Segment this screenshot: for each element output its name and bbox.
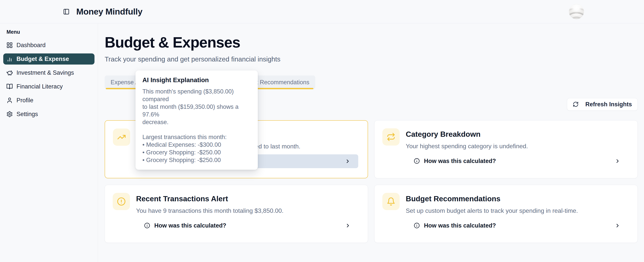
card-title: Recent Transactions Alert <box>136 195 228 203</box>
repeat-icon <box>386 133 396 141</box>
info-icon <box>414 223 420 229</box>
card-description: You have 9 transactions this month total… <box>136 207 284 214</box>
sidebar-item-budget-expense[interactable]: Budget & Expense <box>3 53 94 64</box>
tooltip-title: AI Insight Explanation <box>142 77 251 83</box>
card-description: Your highest spending category is undefi… <box>406 143 528 150</box>
tooltip-transaction-list: • Medical Expenses: -$300.00 • Grocery S… <box>142 141 251 164</box>
sidebar-item-financial-literacy[interactable]: Financial Literacy <box>3 81 94 92</box>
how-calculated-label: How was this calculated? <box>424 158 496 165</box>
sidebar-item-label: Settings <box>16 111 38 118</box>
sidebar-item-label: Profile <box>16 97 33 104</box>
app-header: Money Mindfully <box>0 0 644 23</box>
bell-icon <box>386 197 396 206</box>
refresh-insights-button[interactable]: Refresh Insights <box>567 98 638 111</box>
panel-left-icon <box>63 8 70 15</box>
sidebar-item-profile[interactable]: Profile <box>3 95 94 106</box>
sidebar-nav: Dashboard Budget & Expense Investment & … <box>3 40 94 120</box>
chevron-right-icon <box>615 158 620 164</box>
card-category-breakdown: Category Breakdown Your highest spending… <box>374 120 638 178</box>
how-calculated-label: How was this calculated? <box>424 222 496 229</box>
book-open-icon <box>6 83 13 90</box>
app-title: Money Mindfully <box>76 7 142 17</box>
page-subtitle: Track your spending and get personalized… <box>105 55 638 63</box>
layout-dashboard-icon <box>6 42 13 48</box>
tooltip-paragraph: This month's spending ($3,850.00) compar… <box>142 88 251 126</box>
alert-circle-icon <box>117 197 126 206</box>
sidebar-toggle-button[interactable] <box>62 7 71 16</box>
sidebar: Menu Dashboard Budget & Expense Investme… <box>0 23 98 262</box>
card-budget-recommendations: Budget Recommendations Set up custom bud… <box>374 185 638 243</box>
trending-up-icon <box>117 133 126 142</box>
refresh-insights-label: Refresh Insights <box>585 101 632 108</box>
piggy-bank-icon <box>6 69 13 76</box>
sidebar-item-label: Dashboard <box>16 42 46 49</box>
how-calculated-row[interactable]: How was this calculated? <box>406 219 628 233</box>
how-calculated-row[interactable]: How was this calculated? <box>406 154 628 168</box>
info-icon <box>144 223 150 229</box>
page-title: Budget & Expenses <box>105 35 638 50</box>
user-icon <box>6 97 13 104</box>
gear-icon <box>6 111 13 117</box>
sidebar-item-investment-savings[interactable]: Investment & Savings <box>3 67 94 78</box>
how-calculated-label: How was this calculated? <box>154 222 226 229</box>
sidebar-item-label: Investment & Savings <box>16 69 74 76</box>
sidebar-item-dashboard[interactable]: Dashboard <box>3 40 94 51</box>
chevron-right-icon <box>345 223 351 229</box>
refresh-icon <box>573 101 579 107</box>
card-title: Category Breakdown <box>406 130 480 138</box>
info-icon <box>414 158 420 164</box>
sidebar-item-label: Budget & Expense <box>16 55 69 62</box>
card-description: Set up custom budget alerts to track you… <box>406 207 578 214</box>
card-title: Budget Recommendations <box>406 195 500 203</box>
menu-label: Menu <box>6 29 94 35</box>
card-icon-box <box>382 193 400 210</box>
card-icon-box <box>382 128 400 146</box>
tooltip-list-heading: Largest transactions this month: <box>142 133 251 141</box>
chevron-right-icon <box>345 158 350 164</box>
ai-insight-tooltip: AI Insight Explanation This month's spen… <box>136 70 258 170</box>
chevron-right-icon <box>615 223 620 229</box>
sidebar-item-label: Financial Literacy <box>16 83 63 90</box>
bar-chart-icon <box>6 56 13 62</box>
avatar[interactable] <box>569 4 584 19</box>
card-icon-box <box>113 193 130 210</box>
card-recent-transactions-alert: Recent Transactions Alert You have 9 tra… <box>105 185 368 243</box>
sidebar-item-settings[interactable]: Settings <box>3 109 94 120</box>
card-icon-box <box>113 129 130 146</box>
how-calculated-row[interactable]: How was this calculated? <box>136 219 358 233</box>
